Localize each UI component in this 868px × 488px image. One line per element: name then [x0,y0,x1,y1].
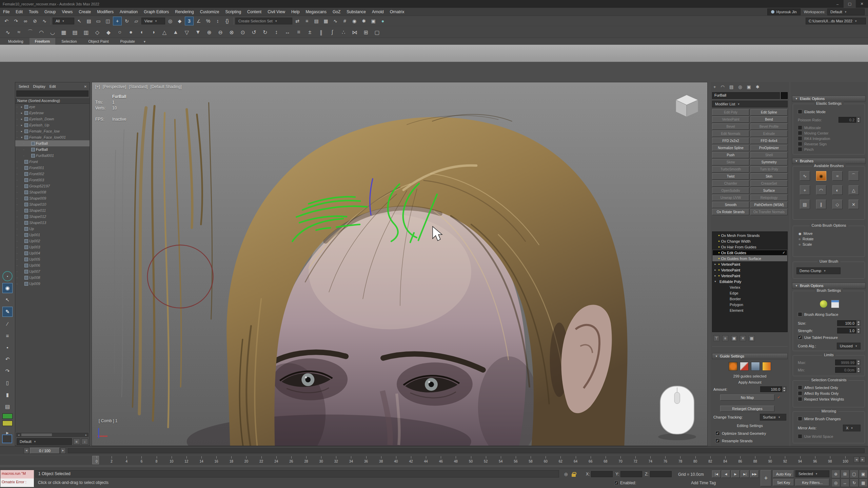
mirror-icon[interactable]: ⇄ [293,17,302,25]
constraint-checkbox[interactable]: Affect Selected Only [798,385,865,390]
brush-slot-5-icon[interactable]: + [800,185,810,195]
scene-object-row[interactable]: ◦ Front002 [15,171,90,177]
modifier-button[interactable]: PathDeform (WSM) [750,202,788,208]
undo-stroke-icon[interactable]: ↶ [2,354,13,364]
menu-item[interactable]: Rendering [172,8,197,16]
object-name-field[interactable]: FurBall [712,92,780,99]
menu-item[interactable]: Animation [117,8,141,16]
track-scroll-left-icon[interactable]: ◄ [854,456,859,463]
elastic-option-checkbox[interactable]: RK4 Integration [798,136,865,141]
zoom-all-icon[interactable]: ⊞ [841,470,849,478]
track-bar[interactable]: 0246810121416182022242628303234363840424… [0,455,868,465]
percent-snap-icon[interactable]: % [204,17,213,25]
ornatrix-tool-icon[interactable]: ▽ [182,27,192,37]
scene-object-row[interactable]: ◦ FurBall [15,146,90,152]
set-keys-button[interactable]: + [761,470,771,486]
ornatrix-tool-icon[interactable]: ↻ [260,27,270,37]
menu-item[interactable]: Graph Editors [141,8,172,16]
brush-along-surface-checkbox[interactable]: Brush Along Surface [798,312,838,317]
elastic-option-checkbox[interactable]: Multiscale [798,125,865,130]
brush-distribution-icon[interactable] [831,300,839,308]
fill-tool-icon[interactable]: ▮ [2,390,13,400]
elastic-options-rollout[interactable]: ▼Elastic Options [792,96,866,102]
z-coordinate-field[interactable] [650,471,672,477]
limit-min-field[interactable]: 0.0cm [835,367,856,373]
track-scroll-right-icon[interactable]: ► [860,456,865,463]
scene-object-row[interactable]: ◦ FurBall001 [15,152,90,159]
ornatrix-tool-icon[interactable]: ⋈ [350,27,360,37]
rectangular-selection-icon[interactable]: ▭ [94,17,103,25]
set-key-button[interactable]: Set Key [773,479,794,486]
modifier-button[interactable]: Bend [750,116,788,123]
ornatrix-tool-icon[interactable]: ▲ [171,27,181,37]
modifier-stack-row[interactable]: Element [712,307,787,313]
render-production-icon[interactable]: ● [378,17,387,25]
ribbon-tab[interactable]: Freeform [29,38,56,45]
explorer-menu[interactable]: Select [17,84,31,88]
guide-settings-rollout[interactable]: ▼Guide Settings [712,353,788,359]
ornatrix-tool-icon[interactable]: △ [159,27,170,37]
menu-item[interactable]: Edit [13,8,26,16]
scene-object-row[interactable]: ◦ Up006 [15,262,90,268]
ornatrix-tool-icon[interactable]: ⌒ [25,27,35,37]
modifier-button[interactable]: Twist [712,173,749,180]
scene-object-row[interactable]: ◦ Up005 [15,256,90,262]
menu-item[interactable]: Views [59,8,76,16]
comb-mode-radio[interactable]: ○Rotate [798,237,865,241]
scene-object-row[interactable]: ◦ Up009 [15,281,90,287]
pan-icon[interactable]: ↔ [841,479,849,487]
motion-tab-icon[interactable]: ◎ [738,84,742,89]
minimize-button[interactable]: – [831,0,844,8]
menu-item[interactable]: Create [76,8,94,16]
modifier-button[interactable]: ProOptimizer [750,145,788,151]
use-tablet-pressure-checkbox[interactable]: ✓Use Tablet Pressure [798,335,838,340]
user-brush-dropdown[interactable]: Demo Clump [796,267,841,274]
viewport-label-segment[interactable]: [Perspective] [103,84,126,89]
ornatrix-tool-icon[interactable]: ∥ [316,27,326,37]
modifier-button[interactable]: Chamfer [712,180,749,187]
remove-modifier-icon[interactable]: ✕ [740,335,746,341]
maxscript-mini-listener[interactable]: macros.run "M Ornatrix Error : [0,470,34,487]
ornatrix-tool-icon[interactable]: ⊕ [204,27,214,37]
orbit-icon[interactable]: ↻ [850,479,859,487]
scene-object-row[interactable]: ◦ Up007 [15,268,90,274]
modifier-list-dropdown[interactable]: Modifier List [712,101,788,107]
go-to-start-button[interactable]: |◀ [712,470,721,478]
zoom-extents-all-icon[interactable]: ▣ [859,470,868,478]
explorer-search-input[interactable] [16,90,88,97]
ornatrix-tool-icon[interactable]: ▦ [59,27,69,37]
time-slider-track[interactable] [68,448,865,453]
workspace-dropdown[interactable]: Default [827,8,865,15]
object-color-swatch[interactable] [781,92,788,99]
ornatrix-tool-icon[interactable]: ▥ [81,27,91,37]
next-frame-button[interactable]: ▶| [741,470,749,478]
scene-object-row[interactable]: ◦ Group52197 [15,183,90,189]
close-icon[interactable]: ✕ [83,85,88,88]
ornatrix-tool-icon[interactable]: ↔ [282,27,293,37]
scene-object-row[interactable]: ◦ Shape011 [15,207,90,214]
explorer-horizontal-scrollbar[interactable]: ◄► [16,433,88,437]
menu-item[interactable]: Help [288,8,303,16]
use-center-icon[interactable]: ◎ [166,17,175,25]
modifier-button[interactable]: TurboSmooth [712,166,749,172]
menu-item[interactable]: Scripting [222,8,244,16]
brush-slot-3-icon[interactable]: ≈ [832,171,843,181]
modifier-stack-row[interactable]: Vertex [712,284,787,290]
limit-max-field[interactable]: 9999.99 [835,360,856,365]
ornatrix-tool-icon[interactable]: ∿ [3,27,13,37]
scene-object-row[interactable]: ◦ Shape008 [15,189,90,195]
go-to-end-button[interactable]: ▶▶ [750,470,759,478]
modifier-button[interactable]: Bevel Profile [750,123,788,130]
explorer-sort-header[interactable]: Name (Sorted Ascending) [15,98,90,104]
viewport-layout-tab[interactable] [2,434,12,443]
guide-brush-shape-icon[interactable] [740,362,749,371]
create-tab-icon[interactable]: + [713,84,716,89]
modifier-enable-bulb-icon[interactable]: ● [718,274,720,277]
scene-object-row[interactable]: ◦ ▸ eye [15,104,90,110]
y-coordinate-field[interactable] [620,471,642,477]
modifier-enable-bulb-icon[interactable]: ● [718,240,720,243]
brush-slot-11-icon[interactable]: ◇ [832,200,843,209]
scene-object-row[interactable]: ◦ Up [15,226,90,232]
menu-item[interactable]: GoZ [330,8,343,16]
viewport-label-segment[interactable]: [+] [95,84,100,89]
